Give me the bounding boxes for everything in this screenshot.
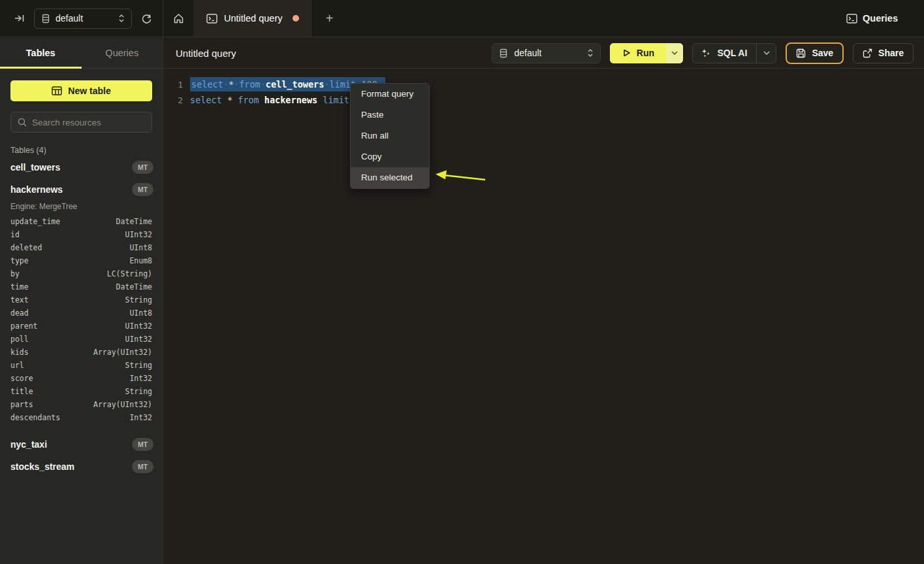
column-name: descendants [10,413,60,422]
run-options-caret[interactable] [666,43,683,63]
column-row: pollUInt32 [0,333,163,346]
terminal-icon [206,14,217,24]
table-name: stocks_stream [10,461,132,472]
column-row: partsArray(UInt32) [0,398,163,411]
column-name: dead [10,308,29,318]
table-row[interactable]: cell_towersMT [0,156,163,178]
new-tab-button[interactable]: + [313,0,345,37]
query-toolbar: default Run [492,42,914,64]
column-name: url [10,361,24,370]
token-keyword: select [191,79,223,90]
column-type: UInt32 [125,322,152,331]
column-type: Enum8 [129,256,152,265]
column-row: scoreInt32 [0,372,163,385]
column-name: time [10,282,29,291]
toolbar-database-value: default [514,48,581,58]
line-number: 2 [174,95,183,105]
column-type: Int32 [129,374,152,383]
token-keyword: from [239,79,261,90]
whitespace-dot: · [223,79,229,90]
column-name: by [10,269,20,278]
engine-badge: MT [132,183,153,196]
table-name: hackernews [10,184,132,195]
run-button[interactable]: Run [610,43,683,63]
query-title: Untitled query [176,48,492,59]
editor-line[interactable]: 2select * from hackernews limit 100 [164,92,924,108]
editor-line[interactable]: 1select·*·from·cell_towers·limit·100 [164,76,924,92]
save-button[interactable]: Save [786,42,844,64]
column-row: urlString [0,359,163,372]
database-selector[interactable]: default [34,8,132,29]
save-label: Save [812,48,833,58]
save-icon [796,48,806,58]
app-window: default [0,0,924,564]
engine-badge: MT [132,460,153,473]
sql-ai-label: SQL AI [717,48,747,58]
tab-untitled-query[interactable]: Untitled query [193,0,313,37]
context-menu-item-copy[interactable]: Copy [351,146,429,167]
terminal-icon [846,14,857,24]
topbar-left: default [0,0,163,37]
column-type: UInt8 [129,308,152,318]
column-name: score [10,374,33,383]
run-label: Run [637,48,654,58]
table-row[interactable]: hackernewsMT [0,178,163,201]
column-row: parentUInt32 [0,320,163,333]
search-box [10,112,152,133]
table-grid-icon [52,86,62,95]
toolbar-database-selector[interactable]: default [492,43,601,63]
home-button[interactable] [170,10,187,27]
queries-panel-button[interactable]: Queries [846,13,898,24]
column-type: UInt32 [125,335,152,344]
table-row[interactable]: nyc_taxiMT [0,433,163,456]
sql-ai-button[interactable]: SQL AI [692,43,776,63]
context-menu-item-run-all[interactable]: Run all [351,125,429,146]
unsaved-changes-dot [293,15,299,22]
query-header: Untitled query default [164,38,924,69]
sql-editor[interactable]: 1select·*·from·cell_towers·limit·1002sel… [164,69,924,108]
token-keyword: select [190,95,222,105]
column-name: kids [10,348,29,357]
column-type: Array(UInt32) [93,400,152,409]
engine-label: Engine: MergeTree [0,201,163,215]
column-row: typeEnum8 [0,254,163,267]
sql-ai-caret[interactable] [756,44,776,63]
share-button[interactable]: Share [853,43,914,63]
column-name: update_time [10,217,60,226]
column-row: deadUInt8 [0,307,163,320]
database-icon [499,48,508,58]
column-type: LC(String) [107,269,152,278]
tables-section-header: Tables (4) [10,146,163,155]
tab-title: Untitled query [224,13,282,24]
column-row: descendantsInt32 [0,411,163,424]
refresh-button[interactable] [138,10,155,27]
sidebar-tab-queries[interactable]: Queries [82,38,163,68]
plus-icon: + [326,11,334,26]
search-input[interactable] [32,118,148,127]
context-menu-item-format-query[interactable]: Format query [351,84,429,105]
tab-strip: Untitled query + [163,0,846,37]
database-selector-value: default [56,13,113,24]
table-row[interactable]: stocks_streamMT [0,456,163,478]
context-menu-item-run-selected[interactable]: Run selected [351,167,429,188]
token-table: cell_towers [266,79,324,90]
column-type: DateTime [116,217,152,226]
column-name: text [10,295,29,305]
token-op: * [227,95,232,105]
collapse-sidebar-button[interactable] [12,10,27,26]
code-text: select * from hackernews limit 100 [190,95,370,105]
sidebar-tab-tables[interactable]: Tables [0,38,82,68]
refresh-icon [141,13,152,24]
column-row: byLC(String) [0,267,163,280]
share-label: Share [878,48,904,58]
database-icon [41,14,50,24]
context-menu-item-paste[interactable]: Paste [351,105,429,125]
line-number: 1 [174,80,183,90]
column-row: titleString [0,385,163,398]
new-table-button[interactable]: New table [10,80,152,101]
home-icon [173,13,184,24]
column-row: idUInt32 [0,228,163,241]
share-icon [863,48,872,58]
play-icon [622,48,631,58]
queries-label: Queries [863,13,898,24]
